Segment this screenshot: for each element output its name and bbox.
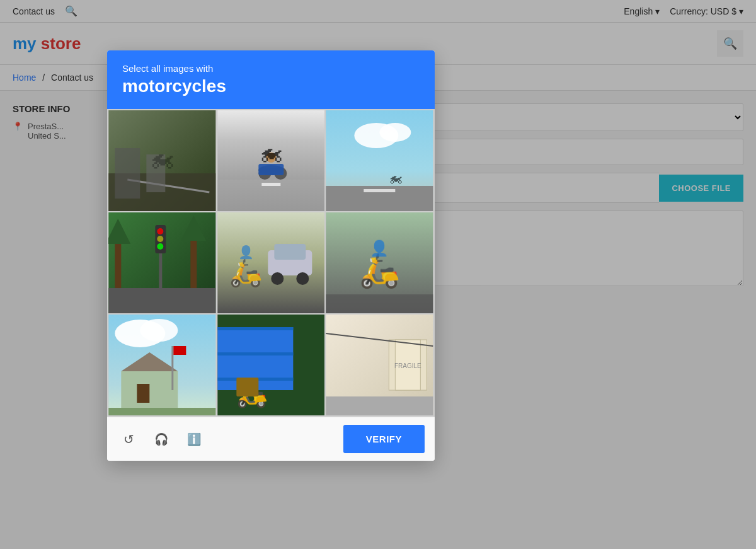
svg-text:🛵: 🛵 xyxy=(229,257,263,289)
svg-point-30 xyxy=(157,243,163,250)
svg-rect-8 xyxy=(261,183,280,186)
svg-rect-55 xyxy=(217,352,293,355)
captcha-cell-9[interactable]: FRAGILE xyxy=(326,315,433,360)
captcha-cell-8[interactable]: 🛵 xyxy=(217,315,325,360)
svg-text:👤: 👤 xyxy=(238,245,253,260)
captcha-cell-1[interactable]: 🏍 xyxy=(108,110,216,211)
svg-text:🏍: 🏍 xyxy=(389,170,403,186)
svg-text:🏍: 🏍 xyxy=(259,139,283,166)
svg-text:🛵: 🛵 xyxy=(359,251,400,290)
svg-rect-50 xyxy=(173,346,186,355)
captcha-header-sub: Select all images with xyxy=(122,63,420,74)
svg-text:🏍: 🏍 xyxy=(149,144,175,172)
captcha-image-grid: 🏍 xyxy=(107,109,435,360)
captcha-header: Select all images with motorcycles xyxy=(107,50,435,109)
captcha-cell-4[interactable] xyxy=(108,212,216,313)
captcha-cell-3[interactable]: 🏍 xyxy=(326,110,433,211)
svg-point-17 xyxy=(380,123,411,142)
svg-point-45 xyxy=(140,319,178,342)
svg-point-28 xyxy=(157,228,163,234)
svg-text:👤: 👤 xyxy=(370,239,389,257)
svg-rect-42 xyxy=(326,294,433,313)
captcha-cell-2[interactable]: 🏍 xyxy=(217,110,325,211)
svg-rect-19 xyxy=(364,189,396,192)
svg-rect-34 xyxy=(274,244,306,260)
modal-overlay: Select all images with motorcycles xyxy=(0,0,756,360)
svg-rect-3 xyxy=(115,148,140,199)
svg-point-36 xyxy=(296,272,309,285)
captcha-header-main: motorcycles xyxy=(122,76,420,96)
svg-rect-49 xyxy=(171,346,173,360)
svg-rect-54 xyxy=(217,327,293,330)
captcha-modal: Select all images with motorcycles xyxy=(107,50,435,360)
svg-point-35 xyxy=(271,272,284,285)
captcha-cell-6[interactable]: 🛵 👤 xyxy=(326,212,433,313)
svg-point-29 xyxy=(157,236,163,242)
svg-rect-31 xyxy=(108,288,215,313)
svg-rect-22 xyxy=(115,238,121,288)
captcha-cell-7[interactable] xyxy=(108,315,216,360)
captcha-cell-5[interactable]: 🛵 👤 xyxy=(217,212,325,313)
